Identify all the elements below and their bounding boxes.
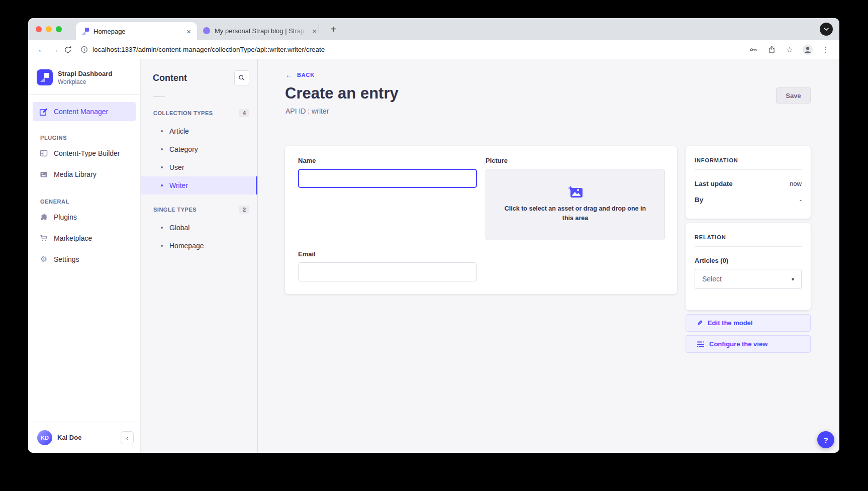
upload-hint-text: Click to select an asset or drag and dro… (499, 204, 652, 224)
relation-title: RELATION (695, 234, 802, 240)
list-item-label: Homepage (169, 242, 204, 250)
count-badge: 4 (239, 109, 249, 117)
browser-menu-button[interactable]: ⋮ (819, 43, 832, 56)
email-input[interactable] (298, 262, 477, 281)
user-avatar[interactable]: KD (37, 430, 52, 445)
search-button[interactable] (234, 70, 249, 85)
group-header-collection-types: COLLECTION TYPES (153, 110, 213, 116)
content-type-builder-icon (40, 149, 48, 157)
pencil-icon: ✎ (697, 319, 703, 327)
sidebar-item-homepage[interactable]: Homepage (141, 237, 257, 255)
sidebar-footer: KD Kai Doe ‹ (28, 422, 140, 453)
configure-lines-icon (697, 341, 704, 347)
articles-relation-label: Articles (0) (695, 257, 802, 264)
list-item-label: Article (169, 127, 189, 135)
share-icon (767, 45, 776, 54)
media-library-icon (40, 170, 48, 178)
bullet-icon (161, 166, 163, 168)
tab-separator (319, 24, 319, 34)
email-field: Email (298, 250, 477, 281)
configure-view-button[interactable]: Configure the view (686, 335, 811, 353)
site-info-icon[interactable] (80, 46, 88, 53)
divider (28, 94, 140, 95)
tab-title: Homepage (93, 28, 182, 35)
marketplace-cart-icon (40, 234, 48, 242)
password-key-button[interactable] (747, 43, 760, 56)
close-tab-icon[interactable]: × (186, 28, 191, 35)
count-badge: 2 (239, 206, 249, 214)
profile-button[interactable] (801, 43, 814, 56)
minimize-window-button[interactable] (46, 26, 52, 32)
divider (695, 246, 802, 247)
name-field: Name (298, 157, 477, 188)
articles-select[interactable]: Select ▾ (695, 269, 802, 289)
list-item-label: Category (169, 145, 198, 153)
bullet-icon (161, 184, 163, 186)
tab-strapi-blog[interactable]: My personal Strapi blog | Strap × (203, 23, 317, 39)
content-manager-pen-icon (39, 108, 48, 116)
sidebar-item-article[interactable]: Article (141, 122, 257, 140)
back-link[interactable]: ← BACK (285, 71, 315, 78)
browser-tab-strip: Homepage × My personal Strapi blog | Str… (28, 18, 839, 40)
strapi-favicon-icon (82, 28, 89, 35)
sidebar-item-media-library[interactable]: Media Library (28, 164, 140, 185)
group-header-single-types: SINGLE TYPES (153, 207, 197, 213)
sidebar-item-settings[interactable]: ⚙ Settings (28, 249, 140, 270)
page-subtitle: API ID : writer (285, 107, 329, 115)
entry-form-card: Name Picture + Click to select an asset … (285, 146, 677, 294)
profile-avatar-icon (802, 44, 813, 55)
name-input[interactable] (298, 169, 477, 188)
close-tab-icon[interactable]: × (312, 27, 317, 35)
section-header-plugins: PLUGINS (28, 121, 140, 143)
sidebar-item-user[interactable]: User (141, 158, 257, 176)
workspace-brand[interactable]: Strapi Dashboard Workplace (28, 59, 140, 94)
back-arrow-icon: ← (285, 71, 293, 78)
relation-panel: RELATION Articles (0) Select ▾ (686, 223, 811, 310)
edit-model-button[interactable]: ✎ Edit the model (686, 314, 811, 332)
picture-label: Picture (486, 157, 665, 164)
workspace-subtitle: Workplace (58, 78, 112, 85)
sidebar-item-label: Plugins (54, 213, 77, 221)
back-button[interactable]: ← (35, 45, 48, 55)
picture-upload-dropzone[interactable]: + Click to select an asset or drag and d… (486, 169, 665, 240)
new-tab-button[interactable]: + (326, 22, 341, 37)
sidebar-item-marketplace[interactable]: Marketplace (28, 228, 140, 249)
share-button[interactable] (765, 43, 778, 56)
strapi-logo-icon (37, 69, 53, 85)
sidebar-item-content-type-builder[interactable]: Content-Type Builder (28, 143, 140, 164)
main-content: ← BACK Create an entry API ID : writer S… (258, 59, 839, 453)
bullet-icon (161, 148, 163, 150)
sidebar-item-global[interactable]: Global (141, 219, 257, 237)
reload-button[interactable] (61, 43, 74, 56)
url-text[interactable]: localhost:1337/admin/content-manager/col… (92, 46, 325, 53)
picture-field: Picture + Click to select an asset or dr… (486, 157, 665, 240)
sidebar-item-label: Settings (54, 255, 79, 263)
address-bar[interactable]: localhost:1337/admin/content-manager/col… (80, 46, 747, 53)
tab-homepage[interactable]: Homepage × (76, 22, 197, 40)
page-title: Create an entry (285, 84, 399, 103)
forward-button[interactable]: → (48, 45, 61, 55)
settings-gear-icon: ⚙ (40, 255, 48, 263)
zoom-window-button[interactable] (56, 26, 62, 32)
divider (153, 96, 165, 97)
tab-search-menu-button[interactable] (820, 23, 833, 36)
close-window-button[interactable] (36, 26, 42, 32)
add-image-icon: + (568, 186, 583, 198)
sidebar-item-writer[interactable]: Writer (141, 176, 257, 194)
sidebar-item-plugins[interactable]: Plugins (28, 207, 140, 228)
help-button[interactable]: ? (817, 431, 834, 448)
bullet-icon (161, 227, 163, 229)
section-header-general: GENERAL (28, 185, 140, 207)
sidebar-item-category[interactable]: Category (141, 140, 257, 158)
divider (695, 169, 802, 170)
information-panel: INFORMATION Last update now By - (686, 146, 811, 219)
save-button[interactable]: Save (776, 87, 811, 104)
window-controls (36, 26, 62, 32)
collapse-sidebar-button[interactable]: ‹ (121, 431, 134, 444)
bullet-icon (161, 130, 163, 132)
bookmark-star-button[interactable]: ☆ (783, 43, 796, 56)
content-sidebar: Content COLLECTION TYPES 4 Article (141, 59, 258, 453)
sidebar-item-content-manager[interactable]: Content Manager (33, 102, 136, 121)
chevron-down-icon (824, 28, 829, 31)
user-name: Kai Doe (57, 434, 81, 441)
